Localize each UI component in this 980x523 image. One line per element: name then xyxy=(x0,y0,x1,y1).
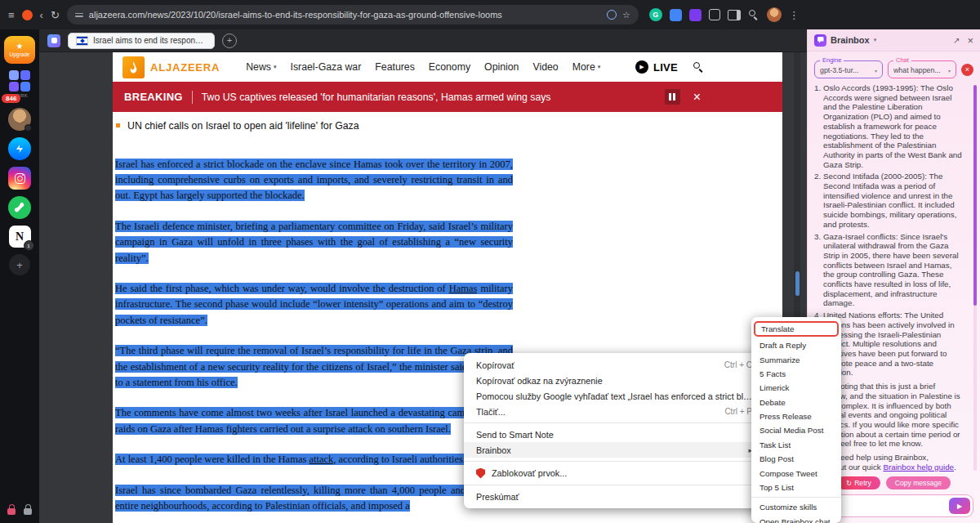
menu-item-send-to-smart-note[interactable]: Send to Smart Note xyxy=(464,427,764,442)
menu-divider xyxy=(464,485,764,485)
live-button[interactable]: ▶ LIVE xyxy=(635,60,678,74)
highlight-chip[interactable]: Israel aims to end its responsib... xyxy=(68,33,215,49)
article-paragraph: At least 1,400 people were killed in the… xyxy=(115,452,513,467)
notification-badge: 846 xyxy=(2,94,20,103)
hamas-link[interactable]: Hamas xyxy=(449,283,478,294)
engine-select[interactable]: Engine gpt-3.5-tur... ▾ xyxy=(814,60,883,78)
send-button[interactable]: ▶ xyxy=(949,498,970,514)
brainbox-extension-icon[interactable] xyxy=(689,9,702,21)
url-bar[interactable]: aljazeera.com/news/2023/10/20/israel-aim… xyxy=(67,5,639,25)
menu-divider xyxy=(464,422,764,423)
search-icon[interactable] xyxy=(748,9,760,20)
lock-icon-red[interactable] xyxy=(7,508,16,515)
menu-item-block-element[interactable]: Zablokovať prvok... xyxy=(464,465,764,481)
submenu-item-translate[interactable]: Translate xyxy=(754,321,839,337)
chat-label: Chat xyxy=(893,57,911,64)
nav-item-features[interactable]: Features xyxy=(375,61,415,73)
chat-select[interactable]: Chat what happen... ▾ xyxy=(888,60,956,78)
google-lens-icon[interactable] xyxy=(607,10,617,20)
menu-dots-icon[interactable]: ⋮ xyxy=(789,10,800,20)
help-link[interactable]: Brainbox help guide xyxy=(883,463,954,472)
instagram-icon[interactable] xyxy=(8,167,31,190)
site-info-icon[interactable] xyxy=(75,11,83,19)
nav-item-economy[interactable]: Economy xyxy=(429,61,470,73)
submenu-item-social-media-post[interactable]: Social Media Post xyxy=(751,423,841,437)
aljazeera-wordmark[interactable]: ALJAZEERA xyxy=(150,61,220,74)
close-breaking-button[interactable]: × xyxy=(693,91,701,104)
extension-icon-blue[interactable] xyxy=(670,9,682,21)
retry-button[interactable]: ↻Retry xyxy=(837,476,880,489)
submenu-item-debate[interactable]: Debate xyxy=(751,396,841,409)
nav-item-video[interactable]: Video xyxy=(532,61,558,73)
nav-item-israel-gaza-war[interactable]: Israel-Gaza war xyxy=(290,61,361,73)
highlighter-extension-icon[interactable] xyxy=(47,34,60,47)
panel-scrollbar[interactable] xyxy=(973,85,977,306)
aljazeera-logo-icon[interactable] xyxy=(122,56,145,78)
menu-item-print[interactable]: Tlačiť... Ctrl + P xyxy=(464,404,764,419)
extensions-puzzle-icon[interactable] xyxy=(709,9,720,20)
divider xyxy=(192,91,193,104)
upgrade-button[interactable]: ★ Upgrade xyxy=(4,36,35,64)
url-text: aljazeera.com/news/2023/10/20/israel-aim… xyxy=(89,10,601,20)
bullet-text: UN chief calls on Israel to open aid 'li… xyxy=(127,120,359,132)
submenu-item-customize-skills[interactable]: Customize skills xyxy=(751,500,841,514)
messenger-bolt-icon xyxy=(15,144,24,154)
refresh-icon[interactable]: ↻ xyxy=(51,10,60,20)
submenu-item-5-facts[interactable]: 5 Facts xyxy=(751,367,841,381)
bookmark-star-icon[interactable]: ☆ xyxy=(622,10,630,20)
notion-icon[interactable]: N 1 xyxy=(9,226,31,248)
submenu-item-limerick[interactable]: Limerick xyxy=(751,381,841,395)
pause-button[interactable] xyxy=(665,89,680,105)
menu-divider xyxy=(751,497,841,498)
menu-item-inspect[interactable]: Preskúmať xyxy=(464,489,764,504)
chevron-down-icon[interactable]: ▾ xyxy=(874,37,877,43)
messenger-icon[interactable] xyxy=(8,137,31,160)
expand-icon[interactable]: ↗ xyxy=(953,36,960,45)
submenu-item-compose-tweet[interactable]: Compose Tweet xyxy=(751,466,841,480)
menu-item-copy-highlight-link[interactable]: Kopírovať odkaz na zvýraznenie xyxy=(464,373,764,388)
brainbox-logo-icon xyxy=(814,34,826,47)
news-bullet-item[interactable]: UN chief calls on Israel to open aid 'li… xyxy=(115,120,782,132)
breaking-headline[interactable]: Two US captives released 'for humanitari… xyxy=(202,92,551,103)
menu-item-copy[interactable]: Kopírovať Ctrl + C xyxy=(464,357,764,373)
workspace-work[interactable]: WORK 846 xyxy=(9,70,30,98)
chevron-down-icon: ▾ xyxy=(875,68,877,74)
browser-profile-icon[interactable] xyxy=(22,10,33,20)
close-chat-button[interactable]: × xyxy=(961,64,973,76)
engine-label: Engine xyxy=(820,57,844,64)
submenu-item-summarize[interactable]: Summarize xyxy=(751,352,841,366)
submenu-item-draft-a-reply[interactable]: Draft a Reply xyxy=(751,338,841,352)
submenu-item-top-5-list[interactable]: Top 5 List xyxy=(751,481,841,494)
profile-avatar[interactable] xyxy=(767,7,782,22)
nav-item-more[interactable]: More▾ xyxy=(572,61,601,73)
response-list-item: 1. Oslo Accords (1993-1995): The Oslo Ac… xyxy=(814,83,962,169)
add-app-button[interactable]: + xyxy=(9,254,30,275)
grammarly-extension-icon[interactable]: G xyxy=(649,8,662,21)
site-nav: News▾ Israel-Gaza war Features Economy O… xyxy=(246,61,600,73)
side-panel-icon[interactable] xyxy=(728,10,741,20)
app-window: ≡ ‹ ↻ aljazeera.com/news/2023/10/20/isra… xyxy=(0,0,980,523)
response-list-item: 2. Second Intifada (2000-2005): The Seco… xyxy=(814,172,962,229)
nav-item-news[interactable]: News▾ xyxy=(246,61,276,73)
lock-icon-gray[interactable] xyxy=(24,508,32,515)
submenu-item-task-list[interactable]: Task List xyxy=(751,438,841,452)
copy-message-button[interactable]: Copy message xyxy=(886,476,951,489)
submenu-item-open-brainbox-chat[interactable]: Open Brainbox chat xyxy=(751,515,841,523)
menu-icon[interactable]: ≡ xyxy=(8,10,15,20)
attack-link[interactable]: attack xyxy=(309,454,333,465)
add-highlight-button[interactable]: + xyxy=(222,34,237,48)
chevron-down-icon: ▾ xyxy=(274,64,277,70)
whatsapp-icon[interactable] xyxy=(8,196,31,219)
instagram-camera-icon xyxy=(15,173,25,184)
menu-item-google-search[interactable]: Pomocou služby Google vyhľadať text „Isr… xyxy=(464,388,764,404)
scrollbar-thumb[interactable] xyxy=(795,271,800,296)
menu-divider xyxy=(464,461,764,462)
close-panel-icon[interactable]: × xyxy=(967,35,973,46)
submenu-item-press-release[interactable]: Press Release xyxy=(751,409,841,423)
menu-item-brainbox[interactable]: Brainbox ▸ xyxy=(464,442,764,458)
nav-item-opinion[interactable]: Opinion xyxy=(484,61,519,73)
back-icon[interactable]: ‹ xyxy=(40,10,43,20)
submenu-item-blog-post[interactable]: Blog Post xyxy=(751,452,841,466)
site-search-icon[interactable] xyxy=(693,61,704,73)
user-avatar[interactable] xyxy=(8,108,31,131)
